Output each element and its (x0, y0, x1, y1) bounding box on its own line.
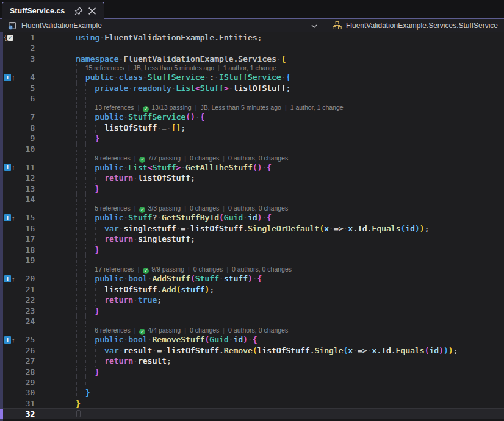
codelens-item[interactable]: 6 references (95, 326, 130, 334)
codelens-item[interactable]: 1 author, 1 change (223, 64, 276, 71)
code-content (76, 194, 95, 204)
codelens-item[interactable]: 0 authors, 0 changes (232, 265, 292, 273)
code-token: ; (424, 224, 429, 233)
indent-guide (76, 223, 77, 234)
codelens-item[interactable]: 17 references (95, 265, 134, 273)
indent-guide (76, 245, 77, 255)
codelens-separator: | (181, 204, 190, 212)
codelens-item[interactable]: 9 references (95, 154, 130, 162)
member-dropdown[interactable]: FluentValidationExample.Services.StuffSe… (326, 19, 504, 32)
code-token: · (248, 335, 253, 344)
line-number: 24 (0, 316, 35, 326)
codelens-item[interactable]: ✓9/9 passing (143, 265, 184, 273)
code-token: public (95, 163, 123, 172)
pin-icon[interactable] (73, 5, 84, 16)
indent-guide (76, 377, 77, 387)
codelens-item[interactable]: 1 author, 1 change (290, 104, 344, 111)
code-content (76, 144, 95, 154)
codelens-separator: | (192, 104, 201, 111)
code-token: · (262, 213, 267, 222)
code-token: id (233, 335, 243, 344)
indent-guide (76, 387, 77, 398)
code-token: · (123, 163, 128, 172)
line-number: 19 (0, 255, 35, 265)
indent-guide (76, 104, 77, 112)
codelens-item[interactable]: 13 references (95, 104, 134, 111)
current-line-margin-marker (0, 409, 3, 419)
codelens-item[interactable]: 0 authors, 0 changes (228, 326, 288, 334)
code-token: id (405, 224, 415, 233)
code-token: IStuffService (219, 73, 281, 82)
codelens-item[interactable]: 0 changes (193, 265, 223, 273)
code-token: · (219, 274, 224, 283)
indent-guide (76, 133, 77, 143)
code-token: } (95, 245, 99, 254)
indent-guide (85, 245, 86, 255)
codelens-item[interactable]: 0 changes (190, 154, 219, 162)
code-line: 21listOfStuff.Add(stuff); (0, 284, 504, 295)
codelens-item[interactable]: ✓3/3 passing (139, 204, 181, 212)
codelens-item[interactable]: 15 references (85, 64, 124, 71)
indent-guide (76, 345, 77, 356)
line-number: 28 (0, 367, 35, 377)
code-token: return (104, 173, 133, 182)
code-editor[interactable]: {↙1using·FluentValidationExample.Entitie… (0, 32, 504, 421)
indent-guide (85, 367, 86, 377)
indent-guide (85, 295, 86, 305)
indent-guide (95, 295, 96, 305)
code-token: var (104, 224, 118, 233)
code-line: 31} (0, 398, 504, 409)
codelens-item[interactable]: 0 changes (190, 204, 219, 212)
code-token: private (95, 84, 128, 93)
code-token: · (99, 33, 104, 42)
indent-guide (76, 93, 77, 104)
codelens-item[interactable]: ✓4/4 passing (139, 326, 181, 334)
close-icon[interactable] (87, 5, 98, 16)
code-token: . (243, 224, 248, 233)
codelens-item[interactable]: 0 changes (190, 326, 219, 334)
code-token: Guid (224, 213, 243, 222)
indent-guide (76, 234, 77, 244)
line-number: 9 (0, 133, 35, 143)
codelens-item[interactable]: 0 authors, 0 changes (228, 154, 288, 162)
codelens-item[interactable]: JB, Less than 5 minutes ago (200, 104, 281, 111)
csharp-project-icon (7, 21, 17, 31)
code-token: ( (204, 335, 209, 344)
line-number: 31 (0, 398, 35, 409)
codelens-item[interactable]: ✓13/13 passing (143, 104, 191, 111)
code-token: . (157, 285, 162, 294)
codelens-content: 6 references|✓4/4 passing|0 changes|0 au… (76, 326, 288, 334)
code-content: return·true; (76, 295, 162, 305)
code-token: · (152, 346, 157, 355)
project-dropdown[interactable]: FluentValidationExample (0, 19, 326, 32)
code-token: · (123, 274, 128, 283)
code-token: listOfStuff (257, 346, 309, 355)
line-number: 7 (0, 112, 35, 122)
code-token: · (343, 224, 348, 233)
code-token: Remove (224, 346, 253, 355)
tab-stuffservice[interactable]: StuffService.cs (2, 2, 104, 19)
code-token: ; (453, 346, 458, 355)
code-token: ; (167, 356, 171, 365)
code-token: x (348, 224, 353, 233)
indent-guide (85, 184, 86, 194)
codelens-separator: | (214, 64, 223, 71)
codelens-item[interactable]: ✓7/7 passing (139, 154, 181, 162)
code-content (76, 93, 95, 104)
codelens-item[interactable]: 5 references (95, 204, 130, 212)
code-token: { (253, 335, 257, 344)
codelens-item[interactable]: JB, Less than 5 minutes ago (134, 64, 215, 71)
code-token: ; (286, 84, 290, 93)
code-token: } (95, 306, 99, 315)
codelens-item[interactable]: 0 authors, 0 changes (228, 204, 288, 212)
code-content: private·readonly·List<Stuff>·listOfStuff… (76, 83, 290, 93)
line-number: 5 (0, 83, 35, 93)
code-token: () (253, 163, 262, 172)
code-line: 24 (0, 316, 504, 326)
indent-guide (85, 83, 86, 93)
code-token: () (185, 112, 195, 121)
indent-guide (76, 326, 77, 334)
line-number: 16 (0, 223, 35, 234)
indent-guide (85, 334, 86, 345)
indent-guide (85, 133, 86, 143)
